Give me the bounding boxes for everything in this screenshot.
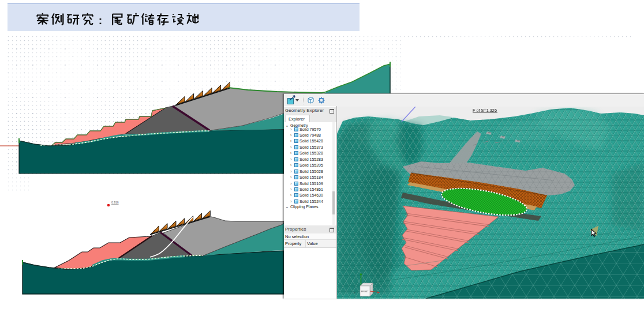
svg-text:FRONT: FRONT	[361, 291, 369, 293]
svg-text:F of S=1.326: F of S=1.326	[473, 108, 497, 113]
svg-text:0.916: 0.916	[111, 201, 119, 204]
